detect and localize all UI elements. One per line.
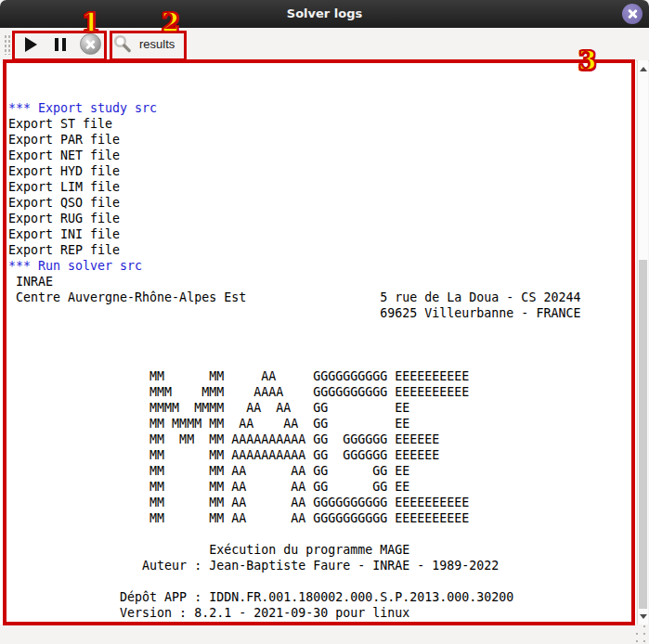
log-line: MM MM AA GGGGGGGGGG EEEEEEEEEE bbox=[8, 368, 636, 384]
log-line bbox=[8, 353, 636, 368]
log-lines: *** Export study srcExport ST fileExport… bbox=[8, 100, 636, 625]
log-line: Exécution du programme MAGE bbox=[8, 542, 636, 558]
results-button[interactable]: results bbox=[112, 32, 187, 57]
status-strip bbox=[0, 625, 649, 644]
log-line: *** Export study src bbox=[8, 100, 636, 116]
toolbar: results bbox=[0, 28, 649, 61]
scroll-down-button[interactable] bbox=[638, 610, 648, 623]
log-line: MM MM AA AA GG GG EE bbox=[8, 463, 636, 479]
log-line: MMMM MMMM AA AA GG EE bbox=[8, 400, 636, 416]
window-title: Solver logs bbox=[0, 0, 649, 28]
stop-button[interactable] bbox=[77, 32, 103, 57]
play-button[interactable] bbox=[18, 32, 44, 57]
log-line: Centre Auvergne-Rhône-Alpes Est 5 rue de… bbox=[8, 290, 636, 305]
log-line: MM MM AA AA GGGGGGGGGG EEEEEEEEEE bbox=[8, 495, 636, 510]
log-line: *** Run solver src bbox=[8, 258, 636, 274]
titlebar: Solver logs bbox=[0, 0, 649, 28]
resize-grip-icon[interactable] bbox=[636, 633, 638, 635]
close-button[interactable] bbox=[622, 4, 643, 24]
log-line: Export HYD file bbox=[8, 163, 636, 179]
stop-icon bbox=[80, 33, 101, 55]
search-icon bbox=[112, 34, 133, 55]
log-line bbox=[8, 573, 636, 589]
log-line: Export RUG file bbox=[8, 211, 636, 226]
log-line: Export REP file bbox=[8, 242, 636, 258]
arrow-up-icon bbox=[640, 67, 647, 71]
log-line: 69625 Villeurbanne - FRANCE bbox=[8, 305, 636, 321]
log-line: MMM MMM AAAA GGGGGGGGGG EEEEEEEEEE bbox=[8, 384, 636, 400]
log-line: MM MMMM MM AA AA GG EE bbox=[8, 416, 636, 431]
pause-icon bbox=[55, 38, 66, 51]
log-line: Auteur : Jean-Baptiste Faure - INRAE - 1… bbox=[8, 558, 636, 573]
log-line: Export ST file bbox=[8, 116, 636, 132]
log-line: Version : 8.2.1 - 2021-09-30 pour linux bbox=[8, 605, 636, 621]
log-line bbox=[8, 337, 636, 353]
log-line: Export INI file bbox=[8, 226, 636, 242]
log-line: MM MM AA AA GGGGGGGGGG EEEEEEEEEE bbox=[8, 510, 636, 526]
log-line bbox=[8, 321, 636, 337]
scrollbar-thumb[interactable] bbox=[639, 260, 647, 609]
toolbar-drag-handle[interactable] bbox=[4, 33, 11, 55]
close-icon bbox=[628, 9, 638, 19]
log-line: MM MM AA AA GG GG EE bbox=[8, 479, 636, 495]
log-line: Export LIM file bbox=[8, 179, 636, 195]
results-button-label: results bbox=[139, 37, 175, 51]
log-line: MM MM AAAAAAAAAA GG GGGGGG EEEEEE bbox=[8, 447, 636, 463]
log-line: Export PAR file bbox=[8, 132, 636, 148]
solver-log-textview[interactable]: *** Export study srcExport ST fileExport… bbox=[0, 60, 636, 625]
play-icon bbox=[25, 37, 37, 52]
solver-logs-window: Solver logs results *** Export study src… bbox=[0, 0, 649, 644]
log-line: Export QSO file bbox=[8, 195, 636, 211]
log-line bbox=[8, 526, 636, 542]
log-line: Export NET file bbox=[8, 148, 636, 163]
log-line: MM MM MM AAAAAAAAAA GG GGGGGG EEEEEE bbox=[8, 431, 636, 447]
log-line: Dépôt APP : IDDN.FR.001.180002.000.S.P.2… bbox=[8, 589, 636, 605]
log-line: INRAE bbox=[8, 274, 636, 290]
scroll-up-button[interactable] bbox=[638, 62, 648, 75]
vertical-scrollbar[interactable] bbox=[637, 60, 648, 625]
arrow-down-icon bbox=[640, 614, 647, 619]
pause-button[interactable] bbox=[47, 32, 73, 57]
